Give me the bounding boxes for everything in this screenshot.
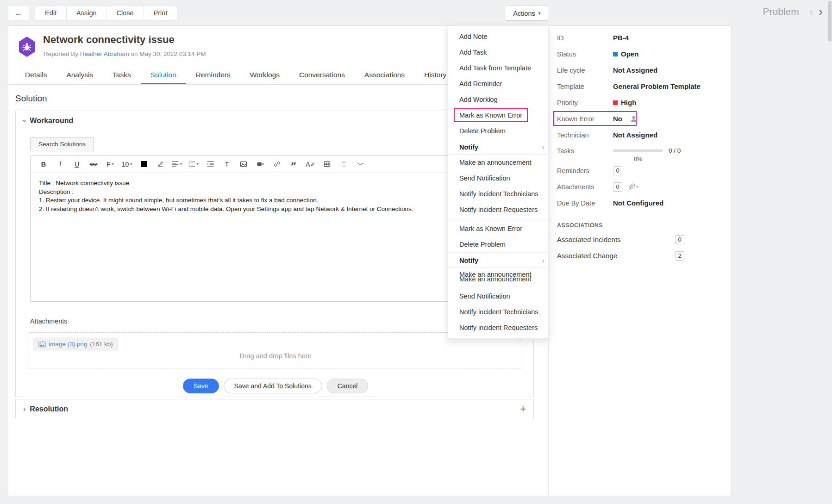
insert-video-icon[interactable]: [254, 158, 266, 170]
menu-item-make-an-announcement[interactable]: Make an announcement Make an announcemen…: [448, 268, 548, 288]
bold-icon[interactable]: B: [38, 158, 50, 170]
save-and-add-to-solutions-button[interactable]: Save and Add To Solutions: [224, 379, 322, 393]
scrollbar-thumb[interactable]: [828, 1, 832, 42]
attachment-chip[interactable]: image (3).png (161 kb): [33, 337, 119, 351]
property-row-technician: Technician Not Assigned: [549, 127, 732, 143]
id-value: PB-4: [613, 34, 629, 42]
insert-table-icon[interactable]: [321, 158, 333, 170]
editor-button-row: Save Save and Add To Solutions Cancel: [30, 379, 521, 393]
tab-reminders[interactable]: Reminders: [186, 67, 240, 84]
page-scrollbar[interactable]: [828, 0, 832, 25]
menu-item-delete-problem[interactable]: Delete Problem: [448, 236, 548, 252]
menu-item-notify-incident-technicians[interactable]: Notify incident Technicians: [448, 186, 548, 202]
cancel-button[interactable]: Cancel: [327, 379, 369, 393]
edit-button[interactable]: Edit: [35, 6, 67, 21]
more-options-icon[interactable]: [354, 158, 366, 170]
menu-item-add-worklog[interactable]: Add Worklog: [448, 92, 548, 107]
menu-item-mark-as-known-error[interactable]: Mark as Known Error: [448, 221, 548, 236]
tab-tasks[interactable]: Tasks: [103, 67, 141, 84]
save-button[interactable]: Save: [183, 379, 219, 393]
highlight-color-icon[interactable]: [154, 158, 166, 170]
align-icon[interactable]: ▾: [171, 158, 183, 170]
tab-conversations[interactable]: Conversations: [289, 67, 355, 84]
top-toolbar: ← Edit Assign Close Print Actions ▾ Prob…: [0, 0, 832, 25]
menu-item-mark-as-known-error[interactable]: Mark as Known Error: [448, 107, 548, 123]
menu-item-add-task[interactable]: Add Task: [448, 44, 548, 60]
text-color-icon[interactable]: [138, 158, 150, 170]
menu-item-add-note[interactable]: Add Note: [448, 29, 548, 44]
close-button[interactable]: Close: [106, 6, 144, 21]
menu-item-add-task-from-template[interactable]: Add Task from Template: [448, 60, 548, 76]
horizontal-line-icon[interactable]: [338, 158, 350, 170]
associated-incidents-badge[interactable]: 0: [675, 235, 684, 244]
attachment-file-name[interactable]: image (3).png: [49, 341, 87, 348]
font-size-dropdown[interactable]: 10▾: [121, 158, 133, 170]
menu-item-delete-problem[interactable]: Delete Problem: [448, 123, 548, 139]
italic-icon[interactable]: I: [54, 158, 66, 170]
menu-header-notify[interactable]: Notify ›: [448, 139, 548, 155]
assign-button[interactable]: Assign: [66, 6, 107, 21]
underline-icon[interactable]: U: [71, 158, 83, 170]
menu-header-notify[interactable]: Notify ›: [448, 252, 548, 268]
editor-content[interactable]: Title : Network connectivity issue Descr…: [31, 173, 520, 301]
associations-section-title: ASSOCIATIONS: [549, 222, 732, 229]
insert-link-icon[interactable]: [271, 158, 283, 170]
menu-item-send-notification[interactable]: Send Notification: [448, 170, 548, 186]
module-nav: Problem ‹ ›: [763, 5, 826, 19]
back-button[interactable]: ←: [8, 6, 29, 21]
previous-record-icon[interactable]: ‹: [807, 5, 816, 19]
tab-solution[interactable]: Solution: [141, 67, 186, 84]
reminders-count-badge[interactable]: 0: [613, 166, 622, 175]
spell-check-icon[interactable]: A: [304, 158, 316, 170]
tab-associations[interactable]: Associations: [355, 67, 414, 84]
associated-incidents-row: Associated Incidents 0: [549, 231, 732, 248]
property-row-status: Status Open: [549, 46, 732, 62]
next-record-icon[interactable]: ›: [816, 5, 826, 19]
workaround-accordion-header[interactable]: › Workaround: [23, 117, 73, 125]
chevron-down-icon: ›: [634, 186, 641, 187]
search-solutions-button[interactable]: Search Solutions: [30, 137, 94, 151]
module-label: Problem: [763, 6, 799, 17]
blockquote-icon[interactable]: ”: [288, 158, 300, 170]
tab-details[interactable]: Details: [15, 67, 56, 84]
priority-color-swatch: [613, 100, 618, 105]
actions-dropdown-button[interactable]: Actions ▾: [505, 6, 549, 21]
person-icon[interactable]: [630, 115, 638, 123]
property-row-life-cycle: Life cycle Not Assigned: [549, 62, 732, 78]
menu-item-notify-incident-technicians[interactable]: Notify incident Technicians: [448, 304, 548, 320]
collapse-chevron-icon: ›: [20, 119, 29, 122]
associated-change-badge[interactable]: 2: [675, 251, 684, 261]
strikethrough-icon[interactable]: abc: [88, 158, 100, 170]
associated-change-label: Associated Change: [557, 252, 617, 260]
indent-icon[interactable]: [204, 158, 216, 170]
attachments-menu[interactable]: ›: [628, 183, 638, 190]
editor-line: Description :: [39, 188, 512, 197]
menu-item-send-notification[interactable]: Send Notification: [448, 288, 548, 304]
life-cycle-value: Not Assigned: [613, 66, 657, 74]
property-row-known-error: Known Error No: [549, 111, 732, 127]
attachment-file-size: (161 kb): [90, 341, 113, 348]
tab-worklogs[interactable]: Worklogs: [240, 67, 289, 84]
menu-item-notify-incident-requesters[interactable]: Notify incident Requesters: [448, 320, 548, 336]
attachments-count-badge[interactable]: 0: [613, 182, 622, 192]
menu-item-notify-incident-requesters[interactable]: Notify incident Requesters: [448, 202, 548, 218]
menu-item-add-reminder[interactable]: Add Reminder: [448, 76, 548, 92]
add-resolution-icon[interactable]: +: [520, 403, 526, 415]
properties-panel: ID PB-4 Status Open Life cycle Not Assig…: [548, 26, 732, 496]
font-family-icon[interactable]: F▾: [104, 158, 116, 170]
property-row-priority: Priority High: [549, 94, 732, 111]
solution-section-title: Solution: [15, 93, 47, 104]
print-button[interactable]: Print: [144, 6, 178, 21]
bullet-list-icon[interactable]: ▾: [188, 158, 200, 170]
priority-value: High: [621, 99, 636, 106]
text-style-icon[interactable]: T: [221, 158, 233, 170]
resolution-title[interactable]: Resolution: [30, 405, 68, 413]
menu-item-make-an-announcement[interactable]: Make an announcement: [448, 155, 548, 170]
attachments-label: Attachments: [30, 317, 68, 325]
expand-chevron-icon: ›: [23, 405, 25, 413]
insert-image-icon[interactable]: [238, 158, 250, 170]
problem-bug-icon: [18, 37, 36, 57]
reporter-link[interactable]: Heather Abraham: [80, 50, 129, 57]
tab-analysis[interactable]: Analysis: [56, 67, 103, 84]
editor-line: 2. If restarting doesn't work, switch be…: [39, 205, 512, 214]
